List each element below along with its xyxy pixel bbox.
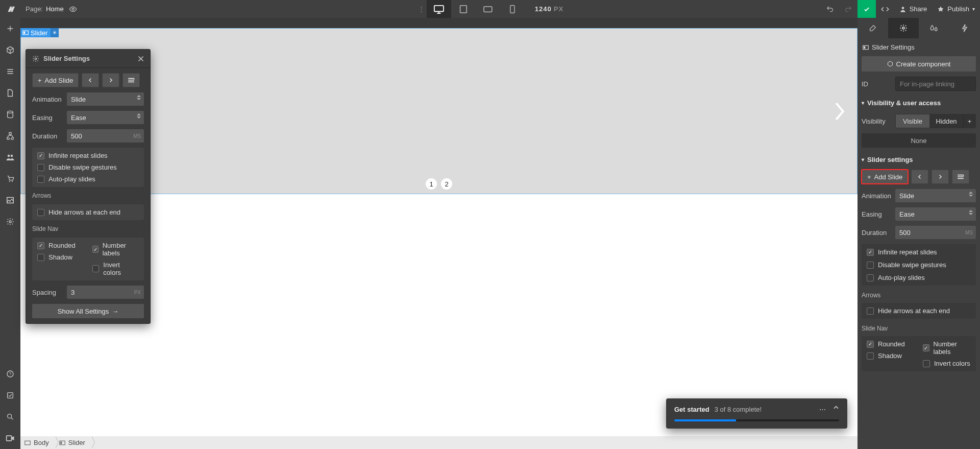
number-labels-checkbox[interactable]: Number labels xyxy=(92,242,139,257)
assets-button[interactable] xyxy=(0,168,20,190)
slidenav-section-label: Slide Nav xyxy=(32,225,144,232)
share-button[interactable]: Share xyxy=(894,5,933,13)
breakpoint-desktop[interactable] xyxy=(427,0,451,18)
easing-select[interactable]: Ease xyxy=(895,207,976,221)
breakpoint-tablet[interactable] xyxy=(451,0,476,18)
close-icon xyxy=(138,56,144,62)
chevron-right-icon xyxy=(832,101,847,122)
visibility-add[interactable]: + xyxy=(963,114,975,128)
interactions-tab[interactable] xyxy=(949,18,980,38)
slider-next-arrow[interactable] xyxy=(832,101,847,122)
prev-slide-button[interactable] xyxy=(911,170,928,184)
breakpoint-phone[interactable] xyxy=(500,0,525,18)
status-indicator[interactable] xyxy=(857,0,876,18)
components-button[interactable] xyxy=(0,39,20,61)
gear-icon xyxy=(52,30,57,35)
style-manager-tab[interactable] xyxy=(919,18,949,38)
create-component-button[interactable]: Create component xyxy=(862,56,976,72)
duration-input[interactable]: 500MS xyxy=(895,226,976,239)
disable-swipe-checkbox[interactable]: Disable swipe gestures xyxy=(37,163,139,171)
settings-button[interactable] xyxy=(0,211,20,232)
next-slide-button[interactable] xyxy=(932,170,949,184)
page-name[interactable]: Home xyxy=(46,5,64,13)
settings-tab[interactable] xyxy=(888,18,919,38)
style-tab[interactable] xyxy=(857,18,888,38)
slide-menu-button[interactable] xyxy=(122,73,140,87)
animation-select[interactable]: Slide xyxy=(895,189,976,202)
users-button[interactable] xyxy=(0,147,20,168)
pages-button[interactable] xyxy=(0,82,20,104)
prev-slide-button[interactable] xyxy=(82,73,99,87)
undo-button[interactable] xyxy=(821,0,839,18)
slide-menu-button[interactable] xyxy=(952,170,969,184)
add-slide-button[interactable]: +Add Slide xyxy=(32,73,79,87)
invert-colors-checkbox[interactable]: Invert colors xyxy=(92,261,139,276)
hide-arrows-checkbox[interactable]: Hide arrows at each end xyxy=(867,307,971,315)
visibility-none[interactable]: None xyxy=(862,133,976,148)
bolt-icon xyxy=(961,23,968,33)
slider-icon xyxy=(59,440,65,445)
database-icon xyxy=(6,110,14,119)
add-element-button[interactable] xyxy=(0,18,20,39)
shadow-checkbox[interactable]: Shadow xyxy=(867,352,915,360)
visible-option[interactable]: Visible xyxy=(896,114,929,128)
easing-select[interactable]: Ease xyxy=(67,111,144,124)
next-slide-button[interactable] xyxy=(102,73,119,87)
id-input[interactable]: For in-page linking xyxy=(895,77,976,91)
shadow-checkbox[interactable]: Shadow xyxy=(37,253,84,261)
invert-colors-checkbox[interactable]: Invert colors xyxy=(923,360,971,367)
webflow-logo[interactable] xyxy=(0,0,20,18)
svg-rect-3 xyxy=(484,6,492,12)
get-started-toast: Get started 3 of 8 complete! ⋯ xyxy=(666,398,847,429)
checklist-icon xyxy=(6,391,14,399)
ecommerce-button[interactable] xyxy=(0,125,20,147)
duration-input[interactable]: 500MS xyxy=(67,129,144,143)
popover-close[interactable] xyxy=(138,56,144,62)
disable-swipe-checkbox[interactable]: Disable swipe gestures xyxy=(867,261,971,269)
autoplay-checkbox[interactable]: Auto-play slides xyxy=(37,175,139,183)
gear-icon xyxy=(899,24,908,32)
infinite-repeat-checkbox[interactable]: Infinite repeat slides xyxy=(867,248,971,256)
audit-button[interactable] xyxy=(0,385,20,406)
hide-arrows-checkbox[interactable]: Hide arrows at each end xyxy=(37,208,139,216)
cube-icon xyxy=(6,46,14,54)
animation-select[interactable]: Slide xyxy=(67,92,144,106)
breadcrumb-slider[interactable]: Slider xyxy=(55,436,91,449)
slide-dot-2[interactable]: 2 xyxy=(441,178,452,190)
list-icon xyxy=(6,68,14,75)
navigator-button[interactable] xyxy=(0,61,20,82)
add-slide-label: Add Slide xyxy=(45,77,74,84)
breakpoint-more[interactable]: ⋮ xyxy=(416,5,427,13)
image-button[interactable] xyxy=(0,190,20,211)
redo-button[interactable] xyxy=(839,0,857,18)
preview-toggle[interactable] xyxy=(69,5,77,13)
menu-icon xyxy=(957,174,964,179)
rounded-checkbox[interactable]: Rounded xyxy=(867,340,915,348)
gear-icon xyxy=(32,55,39,62)
breadcrumb-body[interactable]: Body xyxy=(20,436,55,449)
help-button[interactable]: ? xyxy=(0,363,20,385)
video-button[interactable] xyxy=(0,428,20,449)
slide-dot-1[interactable]: 1 xyxy=(426,178,437,190)
toast-more[interactable]: ⋯ xyxy=(819,406,826,413)
popover-title: Slider Settings xyxy=(43,55,90,62)
element-settings-trigger[interactable] xyxy=(51,28,59,37)
spacing-input[interactable]: 3PX xyxy=(67,286,144,299)
show-all-settings-button[interactable]: Show All Settings→ xyxy=(32,304,144,318)
toast-collapse[interactable] xyxy=(833,406,839,413)
autoplay-checkbox[interactable]: Auto-play slides xyxy=(867,274,971,281)
element-tag[interactable]: Slider xyxy=(20,28,59,37)
number-labels-checkbox[interactable]: Number labels xyxy=(923,340,971,356)
svg-text:?: ? xyxy=(9,371,12,376)
search-button[interactable] xyxy=(0,406,20,428)
infinite-repeat-checkbox[interactable]: Infinite repeat slides xyxy=(37,152,139,159)
rounded-checkbox[interactable]: Rounded xyxy=(37,242,84,249)
rocket-icon xyxy=(937,6,944,13)
hidden-option[interactable]: Hidden xyxy=(929,114,963,128)
breakpoint-landscape[interactable] xyxy=(476,0,500,18)
code-export[interactable] xyxy=(876,0,894,18)
publish-button[interactable]: Publish▾ xyxy=(932,5,980,13)
check-icon xyxy=(863,6,870,13)
add-slide-button[interactable]: +Add Slide xyxy=(862,170,908,184)
cms-button[interactable] xyxy=(0,104,20,125)
